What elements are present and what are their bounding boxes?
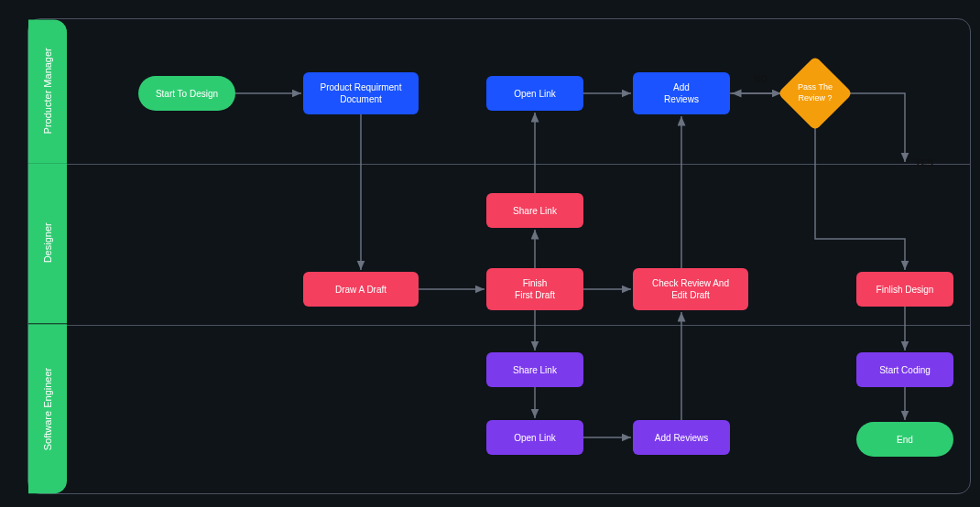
lane-divider-1 — [67, 164, 970, 165]
swimlane-frame: Producter Manager Designer Software Engi… — [27, 18, 971, 494]
lane-divider-2 — [67, 325, 970, 326]
lane-label-designer: Designer — [28, 163, 67, 323]
node-prd[interactable]: Product Requirment Document — [303, 72, 419, 114]
diamond-text: Pass The Review ? — [798, 82, 833, 103]
node-open-link-pm[interactable]: Open Link — [486, 76, 583, 111]
node-share-link-designer[interactable]: Share Link — [486, 193, 583, 228]
edge-label-no: NO — [754, 74, 768, 84]
lane-labels: Producter Manager Designer Software Engi… — [28, 19, 67, 493]
node-open-link-engineer[interactable]: Open Link — [486, 420, 583, 455]
node-start[interactable]: Start To Design — [138, 76, 235, 111]
node-add-reviews-pm[interactable]: Add Reviews — [633, 72, 730, 114]
node-end[interactable]: End — [856, 422, 953, 457]
node-pass-review-decision[interactable]: Pass The Review ? — [789, 67, 842, 120]
node-draw-draft[interactable]: Draw A Draft — [303, 272, 419, 307]
node-start-coding[interactable]: Start Coding — [856, 352, 953, 387]
node-share-link-engineer[interactable]: Share Link — [486, 352, 583, 387]
lane-label-pm: Producter Manager — [28, 19, 67, 163]
node-add-reviews-engineer[interactable]: Add Reviews — [633, 420, 730, 455]
lane-label-engineer: Software Engineer — [28, 324, 67, 493]
node-finish-design[interactable]: Finlish Design — [856, 272, 953, 307]
edge-label-yes: YES — [915, 158, 933, 168]
node-check-review-edit-draft[interactable]: Check Review And Edit Draft — [633, 268, 748, 310]
node-finish-first-draft[interactable]: Finish First Draft — [486, 268, 583, 310]
